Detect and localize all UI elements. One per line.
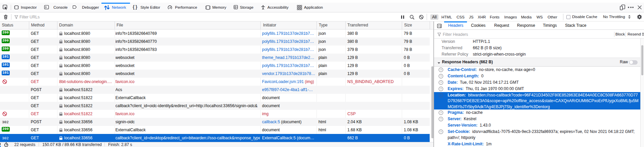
svg-text:?: ? [440, 111, 442, 115]
svg-text:?: ? [440, 130, 442, 134]
svg-text:?: ? [440, 68, 442, 72]
svg-text:?: ? [440, 75, 442, 78]
svg-text:?: ? [440, 87, 442, 91]
svg-text:?: ? [440, 118, 442, 121]
svg-text:?: ? [440, 81, 442, 84]
svg-text:?: ? [440, 94, 442, 97]
